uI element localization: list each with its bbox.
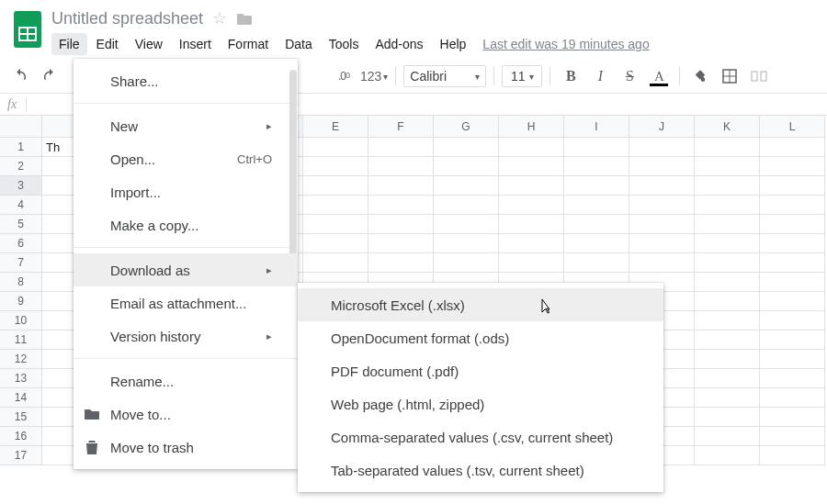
- cell[interactable]: [760, 215, 825, 234]
- row-head[interactable]: 17: [0, 446, 42, 465]
- cell[interactable]: [695, 446, 760, 465]
- italic-button[interactable]: I: [587, 64, 613, 88]
- col-head-k[interactable]: K: [695, 116, 760, 138]
- menu-file[interactable]: File: [51, 33, 87, 55]
- cell[interactable]: [760, 311, 825, 330]
- cell[interactable]: [434, 138, 499, 157]
- cell[interactable]: [695, 234, 760, 253]
- cell[interactable]: [564, 176, 629, 196]
- col-head-e[interactable]: E: [303, 116, 368, 138]
- cell[interactable]: [695, 369, 760, 388]
- menu-move-to[interactable]: Move to...: [74, 398, 298, 431]
- row-head[interactable]: 2: [0, 157, 42, 176]
- col-head-i[interactable]: I: [564, 116, 629, 138]
- row-head[interactable]: 9: [0, 292, 42, 311]
- cell[interactable]: [695, 176, 760, 196]
- fill-color-button[interactable]: [687, 64, 713, 88]
- cell[interactable]: [434, 157, 499, 176]
- cell[interactable]: [303, 253, 368, 273]
- cell[interactable]: [760, 350, 825, 369]
- col-head-h[interactable]: H: [499, 116, 564, 138]
- cell[interactable]: [499, 234, 564, 253]
- cell[interactable]: [695, 215, 760, 234]
- menu-help[interactable]: Help: [433, 33, 474, 55]
- col-head-l[interactable]: L: [760, 116, 825, 138]
- cell[interactable]: [499, 138, 564, 157]
- cell[interactable]: [368, 157, 434, 176]
- row-head[interactable]: 15: [0, 408, 42, 427]
- cell[interactable]: [760, 157, 825, 176]
- cell[interactable]: [564, 215, 629, 234]
- menu-move-to-trash[interactable]: Move to trash: [74, 431, 298, 464]
- format-number-button[interactable]: 123▾: [360, 64, 388, 88]
- last-edit-link[interactable]: Last edit was 19 minutes ago: [475, 33, 656, 55]
- menu-addons[interactable]: Add-ons: [368, 33, 430, 55]
- submenu-csv[interactable]: Comma-separated values (.csv, current sh…: [298, 420, 663, 454]
- cell[interactable]: [368, 138, 434, 157]
- cell[interactable]: [760, 446, 825, 465]
- menu-share[interactable]: Share...: [74, 64, 298, 97]
- cell[interactable]: [695, 350, 760, 369]
- cell[interactable]: [368, 215, 434, 234]
- menu-format[interactable]: Format: [221, 33, 276, 55]
- cell[interactable]: [499, 215, 564, 234]
- cell[interactable]: [695, 311, 760, 330]
- cell[interactable]: [303, 215, 368, 234]
- cell[interactable]: [629, 196, 695, 215]
- cell[interactable]: [695, 273, 760, 292]
- cell[interactable]: [434, 215, 499, 234]
- cell[interactable]: [499, 157, 564, 176]
- cell[interactable]: [695, 388, 760, 408]
- cell[interactable]: [695, 138, 760, 157]
- menu-edit[interactable]: Edit: [89, 33, 126, 55]
- submenu-html[interactable]: Web page (.html, zipped): [298, 387, 663, 420]
- cell[interactable]: [368, 176, 434, 196]
- row-head[interactable]: 10: [0, 311, 42, 330]
- cell[interactable]: [499, 196, 564, 215]
- col-head-g[interactable]: G: [434, 116, 499, 138]
- decrease-decimal-button[interactable]: .00: [331, 64, 357, 88]
- cell[interactable]: [695, 253, 760, 273]
- star-icon[interactable]: ☆: [212, 8, 227, 28]
- row-head[interactable]: 4: [0, 196, 42, 215]
- undo-button[interactable]: [7, 64, 33, 88]
- strikethrough-button[interactable]: S: [617, 64, 642, 88]
- cell[interactable]: [303, 138, 368, 157]
- cell[interactable]: [499, 253, 564, 273]
- cell[interactable]: [629, 176, 695, 196]
- menu-rename[interactable]: Rename...: [74, 364, 298, 398]
- submenu-ods[interactable]: OpenDocument format (.ods): [298, 321, 663, 354]
- borders-button[interactable]: [717, 64, 742, 88]
- cell[interactable]: [629, 215, 695, 234]
- menu-make-copy[interactable]: Make a copy...: [74, 208, 298, 241]
- row-head[interactable]: 5: [0, 215, 42, 234]
- font-size-select[interactable]: 11 ▾: [502, 65, 542, 87]
- cell[interactable]: [760, 138, 825, 157]
- menu-version-history[interactable]: Version history▸: [74, 319, 298, 353]
- row-head[interactable]: 12: [0, 350, 42, 369]
- col-head-j[interactable]: J: [629, 116, 695, 138]
- row-head[interactable]: 14: [0, 388, 42, 408]
- cell[interactable]: [695, 292, 760, 311]
- cell[interactable]: [303, 234, 368, 253]
- row-head[interactable]: 6: [0, 234, 42, 253]
- merge-cells-button[interactable]: [746, 64, 772, 88]
- cell[interactable]: [434, 253, 499, 273]
- cell[interactable]: [499, 176, 564, 196]
- cell[interactable]: [760, 273, 825, 292]
- cell[interactable]: [564, 138, 629, 157]
- menu-new[interactable]: New▸: [74, 109, 298, 142]
- cell[interactable]: [629, 157, 695, 176]
- cell[interactable]: [760, 176, 825, 196]
- cell[interactable]: [695, 196, 760, 215]
- submenu-xlsx[interactable]: Microsoft Excel (.xlsx): [298, 288, 663, 321]
- cell[interactable]: [760, 292, 825, 311]
- cell[interactable]: [760, 234, 825, 253]
- menu-download-as[interactable]: Download as▸: [74, 253, 298, 286]
- cell[interactable]: [760, 408, 825, 427]
- row-head[interactable]: 1: [0, 138, 42, 157]
- cell[interactable]: [434, 176, 499, 196]
- row-head[interactable]: 8: [0, 273, 42, 292]
- app-icon[interactable]: [9, 6, 46, 53]
- cell[interactable]: [695, 157, 760, 176]
